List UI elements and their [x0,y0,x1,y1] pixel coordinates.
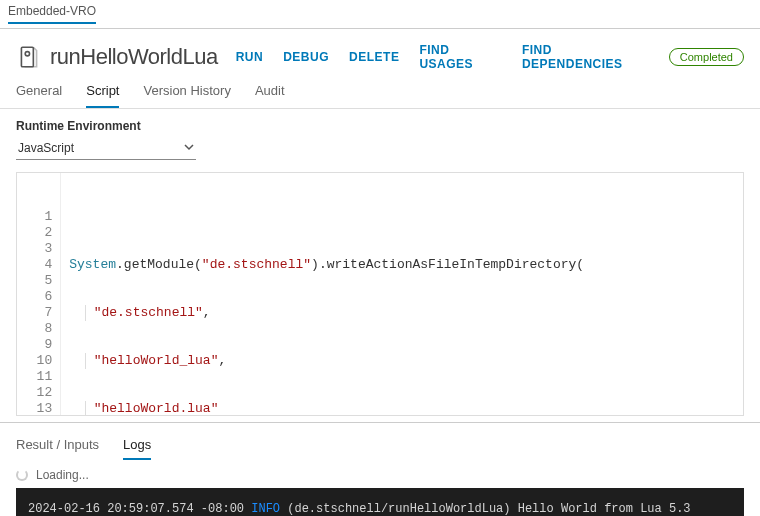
find-usages-button[interactable]: FIND USAGES [419,43,502,71]
code-line [69,209,584,225]
action-icon [16,44,42,70]
run-button[interactable]: RUN [236,50,264,64]
tab-audit[interactable]: Audit [255,77,285,108]
log-level: INFO [251,502,280,516]
tab-general[interactable]: General [16,77,62,108]
runtime-label: Runtime Environment [16,119,744,133]
breadcrumb-bar: Embedded-VRO [0,0,760,29]
code-line: System.getModule("de.stschnell").writeAc… [69,257,584,273]
status-badge: Completed [669,48,744,66]
tab-logs[interactable]: Logs [123,433,151,460]
main-tabs: General Script Version History Audit [0,77,760,109]
code-editor[interactable]: 123456789101112131415 System.getModule("… [16,172,744,416]
chevron-down-icon [184,141,194,155]
log-console: 2024-02-16 20:59:07.574 -08:00 INFO (de.… [16,488,744,516]
loading-text: Loading... [36,468,89,482]
output-tabs: Result / Inputs Logs [0,422,760,464]
page-title: runHelloWorldLua [50,44,218,70]
header: runHelloWorldLua RUN DEBUG DELETE FIND U… [0,29,760,77]
debug-button[interactable]: DEBUG [283,50,329,64]
find-dependencies-button[interactable]: FIND DEPENDENCIES [522,43,649,71]
delete-button[interactable]: DELETE [349,50,399,64]
code-line: "helloWorld.lua" [69,401,584,416]
runtime-value: JavaScript [18,141,74,155]
tab-result-inputs[interactable]: Result / Inputs [16,433,99,460]
code-line: "de.stschnell", [69,305,584,321]
log-message: Hello World from Lua 5.3 [518,502,691,516]
spinner-icon [16,469,28,481]
svg-point-1 [25,52,29,56]
log-source: (de.stschnell/runHelloWorldLua) [287,502,510,516]
line-gutter: 123456789101112131415 [17,173,61,415]
loading-indicator: Loading... [0,464,760,488]
log-timestamp: 2024-02-16 20:59:07.574 -08:00 [28,502,244,516]
runtime-select[interactable]: JavaScript [16,137,196,160]
tab-version-history[interactable]: Version History [143,77,230,108]
breadcrumb[interactable]: Embedded-VRO [8,4,96,24]
code-area[interactable]: System.getModule("de.stschnell").writeAc… [61,173,592,415]
tab-script[interactable]: Script [86,77,119,108]
code-line: "helloWorld_lua", [69,353,584,369]
svg-rect-0 [21,47,33,67]
